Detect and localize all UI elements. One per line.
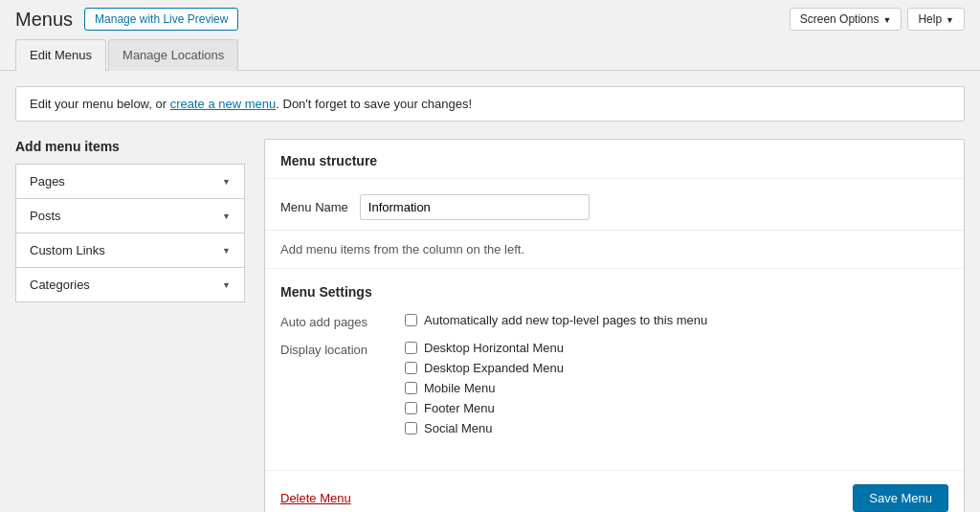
accordion-pages-header[interactable]: Pages <box>16 165 244 198</box>
location-mobile-menu-checkbox[interactable] <box>405 382 417 394</box>
location-desktop-expanded[interactable]: Desktop Expanded Menu <box>405 361 564 375</box>
menu-settings-title: Menu Settings <box>280 284 948 300</box>
location-social-menu-label: Social Menu <box>424 421 493 435</box>
auto-add-checkbox-label: Automatically add new top-level pages to… <box>424 313 707 327</box>
left-panel: Add menu items Pages Posts Cust <box>15 139 245 301</box>
location-footer-menu-checkbox[interactable] <box>405 402 417 414</box>
location-mobile-menu-label: Mobile Menu <box>424 381 495 395</box>
tab-manage-locations[interactable]: Manage Locations <box>108 39 238 71</box>
top-bar-left: Menus Manage with Live Preview <box>15 8 238 31</box>
top-bar: Menus Manage with Live Preview Screen Op… <box>0 0 980 38</box>
notice-bar: Edit your menu below, or create a new me… <box>15 86 965 122</box>
menu-name-label: Menu Name <box>280 200 348 214</box>
auto-add-label: Auto add pages <box>280 313 405 329</box>
location-desktop-horizontal-checkbox[interactable] <box>405 342 417 354</box>
main-content: Edit your menu below, or create a new me… <box>0 71 980 512</box>
main-layout: Add menu items Pages Posts Cust <box>15 139 965 512</box>
auto-add-content: Automatically add new top-level pages to… <box>405 313 707 329</box>
chevron-down-icon <box>882 12 891 26</box>
location-desktop-expanded-checkbox[interactable] <box>405 362 417 374</box>
delete-menu-button[interactable]: Delete Menu <box>280 491 351 505</box>
accordion-categories-header[interactable]: Categories <box>16 268 244 301</box>
notice-text-before: Edit your menu below, or <box>30 97 170 111</box>
location-mobile-menu[interactable]: Mobile Menu <box>405 381 564 395</box>
accordion-custom-links-header[interactable]: Custom Links <box>16 234 244 267</box>
create-menu-link[interactable]: create a new menu <box>170 97 277 111</box>
save-menu-button[interactable]: Save Menu <box>853 484 948 512</box>
menu-structure-title: Menu structure <box>280 153 948 168</box>
right-panel: Menu structure Menu Name Add menu items … <box>264 139 965 512</box>
chevron-down-icon <box>222 279 231 290</box>
accordion-categories: Categories <box>15 267 245 302</box>
auto-add-checkbox[interactable] <box>405 314 417 326</box>
menu-structure-header: Menu structure <box>265 140 964 179</box>
notice-text-after: . Don't forget to save your changes! <box>276 97 472 111</box>
accordion-custom-links-label: Custom Links <box>30 243 105 257</box>
location-social-menu[interactable]: Social Menu <box>405 421 564 435</box>
tabs: Edit Menus Manage Locations <box>15 38 965 70</box>
screen-options-button[interactable]: Screen Options <box>790 8 902 31</box>
menu-settings: Menu Settings Auto add pages Automatical… <box>265 269 964 462</box>
tab-edit-menus[interactable]: Edit Menus <box>15 39 106 71</box>
location-desktop-horizontal[interactable]: Desktop Horizontal Menu <box>405 341 564 355</box>
page-title: Menus <box>15 9 73 31</box>
live-preview-button[interactable]: Manage with Live Preview <box>84 8 238 31</box>
location-desktop-horizontal-label: Desktop Horizontal Menu <box>424 341 564 355</box>
chevron-down-icon <box>222 245 231 256</box>
add-items-hint: Add menu items from the column on the le… <box>265 231 964 269</box>
accordion-list: Pages Posts Custom Links <box>15 164 245 302</box>
screen-options-label: Screen Options <box>800 12 880 26</box>
menu-name-row: Menu Name <box>265 179 964 231</box>
location-footer-menu[interactable]: Footer Menu <box>405 401 564 415</box>
display-location-label: Display location <box>280 341 405 435</box>
add-menu-items-title: Add menu items <box>15 139 245 154</box>
chevron-down-icon <box>222 211 231 221</box>
display-location-row: Display location Desktop Horizontal Menu… <box>280 341 948 435</box>
accordion-custom-links: Custom Links <box>15 233 245 268</box>
accordion-posts-header[interactable]: Posts <box>16 199 244 233</box>
help-label: Help <box>918 12 942 26</box>
location-social-menu-checkbox[interactable] <box>405 422 417 434</box>
auto-add-row: Auto add pages Automatically add new top… <box>280 313 948 329</box>
accordion-pages: Pages <box>15 164 245 199</box>
accordion-categories-label: Categories <box>30 278 90 292</box>
help-button[interactable]: Help <box>907 8 965 31</box>
accordion-posts: Posts <box>15 198 245 234</box>
location-desktop-expanded-label: Desktop Expanded Menu <box>424 361 564 375</box>
accordion-posts-label: Posts <box>30 209 61 223</box>
accordion-pages-label: Pages <box>30 174 65 189</box>
top-bar-right: Screen Options Help <box>790 8 965 31</box>
auto-add-checkbox-row[interactable]: Automatically add new top-level pages to… <box>405 313 707 327</box>
display-location-content: Desktop Horizontal Menu Desktop Expanded… <box>405 341 564 435</box>
chevron-down-icon <box>222 176 231 187</box>
menu-footer: Delete Menu Save Menu <box>265 470 964 512</box>
tabs-bar: Edit Menus Manage Locations <box>0 38 980 71</box>
menu-name-input[interactable] <box>360 194 590 220</box>
chevron-down-icon <box>946 12 954 26</box>
location-footer-menu-label: Footer Menu <box>424 401 495 415</box>
